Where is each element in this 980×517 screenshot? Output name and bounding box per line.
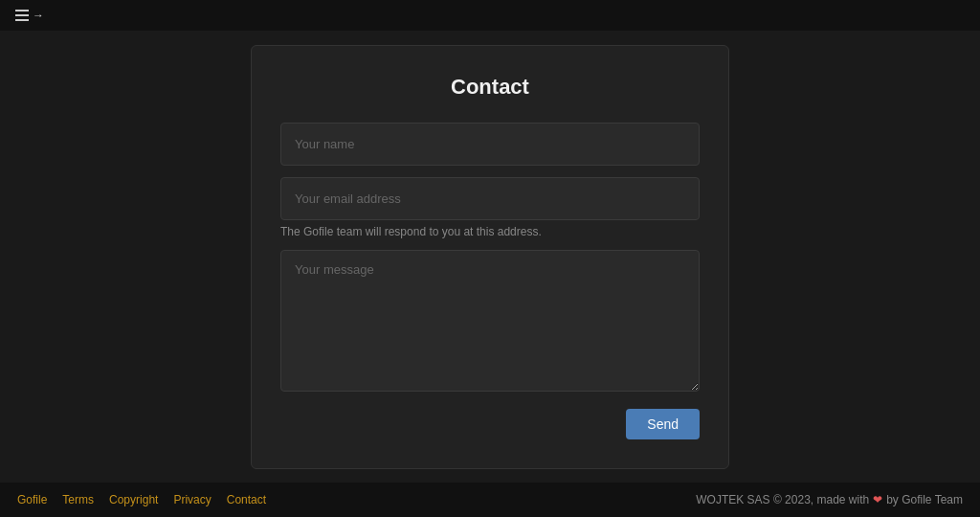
- copyright-suffix: by Gofile Team: [886, 493, 963, 506]
- footer-links: Gofile Terms Copyright Privacy Contact: [17, 493, 266, 506]
- footer-link-terms[interactable]: Terms: [62, 493, 94, 506]
- email-hint: The Gofile team will respond to you at t…: [280, 225, 700, 238]
- contact-card: Contact The Gofile team will respond to …: [251, 45, 729, 469]
- footer-copyright: WOJTEK SAS © 2023, made with ❤ by Gofile…: [696, 493, 963, 506]
- copyright-text: WOJTEK SAS © 2023, made with: [696, 493, 869, 506]
- top-bar: →: [0, 0, 980, 31]
- form-footer: Send: [280, 409, 700, 439]
- footer-link-copyright[interactable]: Copyright: [109, 493, 158, 506]
- contact-title: Contact: [280, 75, 700, 100]
- name-field-group: [280, 123, 700, 166]
- main-content: Contact The Gofile team will respond to …: [0, 31, 980, 483]
- heart-icon: ❤: [873, 493, 882, 506]
- message-field-group: [280, 250, 700, 395]
- footer: Gofile Terms Copyright Privacy Contact W…: [0, 483, 980, 517]
- footer-link-gofile[interactable]: Gofile: [17, 493, 47, 506]
- name-input[interactable]: [280, 123, 700, 166]
- message-textarea[interactable]: [280, 250, 700, 392]
- send-button[interactable]: Send: [626, 409, 700, 439]
- arrow-right-icon: →: [33, 9, 44, 22]
- email-input[interactable]: [280, 177, 700, 220]
- footer-link-contact[interactable]: Contact: [227, 493, 266, 506]
- email-field-group: The Gofile team will respond to you at t…: [280, 177, 700, 238]
- hamburger-icon: [15, 10, 29, 21]
- footer-link-privacy[interactable]: Privacy: [173, 493, 211, 506]
- menu-toggle-button[interactable]: →: [10, 5, 50, 26]
